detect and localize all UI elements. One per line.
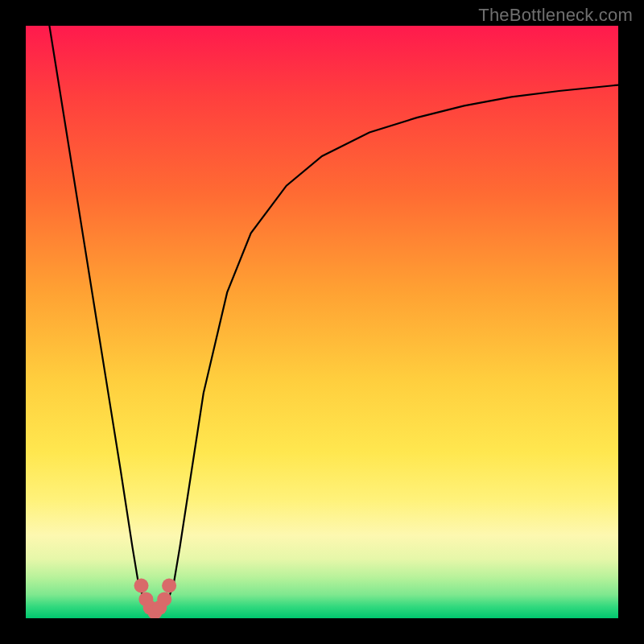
chart-frame: TheBottleneck.com — [0, 0, 644, 644]
valley-marker — [134, 579, 177, 619]
chart-svg — [26, 26, 618, 618]
watermark-text: TheBottleneck.com — [478, 5, 633, 26]
valley-dot — [162, 579, 176, 593]
plot-area — [26, 26, 618, 618]
valley-dot — [157, 592, 171, 606]
bottleneck-curve — [49, 26, 618, 613]
valley-dot — [134, 579, 149, 593]
